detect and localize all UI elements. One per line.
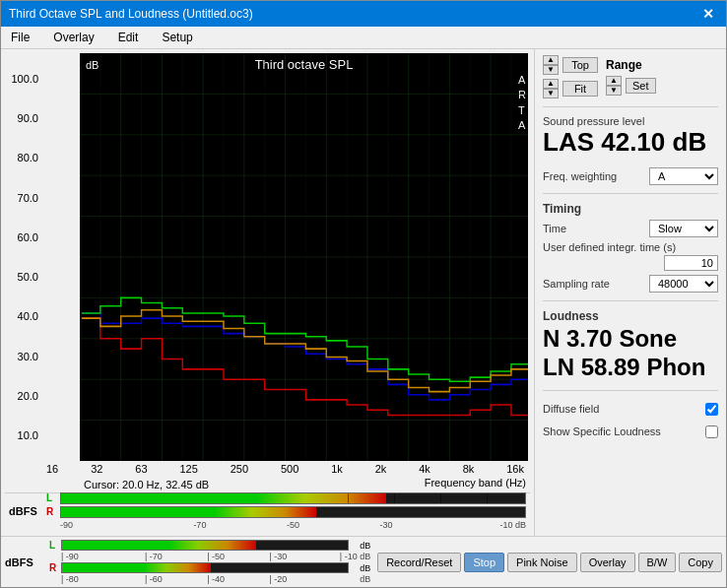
user-integr-row: User defined integr. time (s) [543,241,718,271]
set-row: ▲ ▼ Set [606,76,656,96]
freq-weighting-select[interactable]: A B C Z [649,167,718,185]
fit-up-btn[interactable]: ▲ [543,79,559,89]
action-buttons [5,528,530,532]
x-axis: 16 32 63 125 250 500 1k 2k 4k 8k 16k [42,461,528,477]
fit-spin[interactable]: ▲ ▼ [543,79,559,98]
top-spin[interactable]: ▲ ▼ [543,55,559,75]
action-btns: Record/Reset Stop Pink Noise Overlay B/W… [377,553,722,572]
top-controls: ▲ ▼ Top ▲ ▼ Fit Range [543,55,718,98]
sampling-rate-row: Sampling rate 44100 48000 96000 [543,275,718,293]
range-spin[interactable]: ▲ ▼ [606,76,622,96]
overlay-button[interactable]: Overlay [580,553,635,572]
time-label: Time [543,223,566,234]
fit-down-btn[interactable]: ▼ [543,89,559,98]
time-select[interactable]: Fast Slow Impulse [649,220,718,237]
y-label-70: 70.0 [18,192,38,204]
R-db-label: dB [351,563,370,573]
top-fit-group: ▲ ▼ Top ▲ ▼ Fit [543,55,598,98]
dbfs-label: dBFS [9,505,46,517]
bottom-tick-3: | -50 [185,552,245,561]
bottom-bar: dBFS L dB | -90 | -70 | -50 | -30 | -10 … [1,536,726,587]
user-integr-input[interactable] [664,255,718,271]
diffuse-field-checkbox[interactable] [705,403,718,416]
y-axis: 100.0 90.0 80.0 70.0 60.0 50.0 40.0 30.0… [5,53,42,461]
bottom-tick-r5: dB [310,574,370,584]
range-up-btn[interactable]: ▲ [606,76,622,86]
freq-weighting-row: Freq. weighting A B C Z [543,167,718,185]
x-label-16k: 16k [506,463,524,475]
title-bar: Third Octave SPL and Loudness (Untitled.… [1,1,726,27]
menu-overlay[interactable]: Overlay [47,29,99,46]
range-row: Range [606,58,656,72]
bottom-tick-1: | -90 [61,552,121,561]
R-meter-bottom [61,562,349,573]
bottom-meters: L dB | -90 | -70 | -50 | -30 | -10 dB R … [49,540,370,584]
x-label-1k: 1k [331,463,343,475]
top-button[interactable]: Top [562,57,598,73]
y-label-100: 100.0 [11,73,38,85]
top-down-btn[interactable]: ▼ [543,65,559,75]
bottom-tick-5: | -10 dB [310,552,370,561]
fit-button[interactable]: Fit [562,81,598,97]
x-label-125: 125 [179,463,197,475]
chart-wrapper: 100.0 90.0 80.0 70.0 60.0 50.0 40.0 30.0… [5,53,530,461]
bottom-tick-r3: | -40 [185,574,245,584]
diffuse-field-row: Diffuse field [543,403,718,416]
spl-section: Sound pressure level LAS 42.10 dB [543,115,718,158]
divider-3 [543,300,718,301]
R-label: R [46,506,60,517]
fit-row: ▲ ▼ Fit [543,79,598,98]
top-up-btn[interactable]: ▲ [543,55,559,65]
menu-edit[interactable]: Edit [112,29,145,46]
dbfs-row: dBFS L [5,492,530,528]
R-bottom: R [49,562,59,573]
stop-button[interactable]: Stop [464,553,504,572]
x-label-250: 250 [231,463,248,475]
close-button[interactable]: ✕ [698,6,718,22]
record-reset-button[interactable]: Record/Reset [377,553,461,572]
copy-button[interactable]: Copy [679,553,722,572]
L-meter [60,492,526,504]
menu-setup[interactable]: Setup [156,29,198,46]
L-bottom: L [49,540,59,551]
L-db-label: dB [351,541,370,551]
freq-band-label: Frequency band (Hz) [425,477,526,492]
spl-title: Sound pressure level [543,115,718,127]
spl-value: LAS 42.10 dB [543,127,718,158]
bw-button[interactable]: B/W [638,553,677,572]
divider-2 [543,193,718,194]
x-label-2k: 2k [375,463,387,475]
freq-weighting-label: Freq. weighting [543,170,617,182]
dbfs-bottom-label: dBFS [5,556,46,568]
chart-area: 100.0 90.0 80.0 70.0 60.0 50.0 40.0 30.0… [1,49,534,536]
bottom-tick-2: | -70 [123,552,183,561]
show-specific-label: Show Specific Loudness [543,425,661,437]
timing-section: Timing Time Fast Slow Impulse User defin… [543,202,718,293]
show-specific-checkbox[interactable] [705,425,718,438]
show-specific-row: Show Specific Loudness [543,425,718,438]
L-label: L [46,492,60,503]
y-label-50: 50.0 [18,271,38,283]
diffuse-field-label: Diffuse field [543,403,599,415]
range-group: Range ▲ ▼ Set [606,58,656,96]
menu-file[interactable]: File [5,29,35,46]
top-row: ▲ ▼ Top [543,55,598,75]
divider-4 [543,390,718,391]
timing-title: Timing [543,202,718,216]
x-label-500: 500 [281,463,298,475]
sampling-rate-select[interactable]: 44100 48000 96000 [649,275,718,293]
x-label-32: 32 [91,463,102,475]
bottom-tick-r4: | -20 [248,574,308,584]
set-button[interactable]: Set [626,78,656,94]
loudness-ln: LN 58.89 Phon [543,354,718,382]
chart-canvas: dB Third octave SPL ARTA [80,53,528,461]
dbfs-meters: L R [46,492,526,530]
pink-noise-button[interactable]: Pink Noise [507,553,577,572]
L-meter-bottom [61,540,349,551]
loudness-title: Loudness [543,309,718,323]
bottom-labels: Cursor: 20.0 Hz, 32.45 dB Frequency band… [42,477,528,492]
loudness-section: Loudness N 3.70 Sone LN 58.89 Phon [543,309,718,382]
range-down-btn[interactable]: ▼ [606,86,622,96]
main-content: 100.0 90.0 80.0 70.0 60.0 50.0 40.0 30.0… [1,49,726,536]
y-label-60: 60.0 [18,231,38,243]
